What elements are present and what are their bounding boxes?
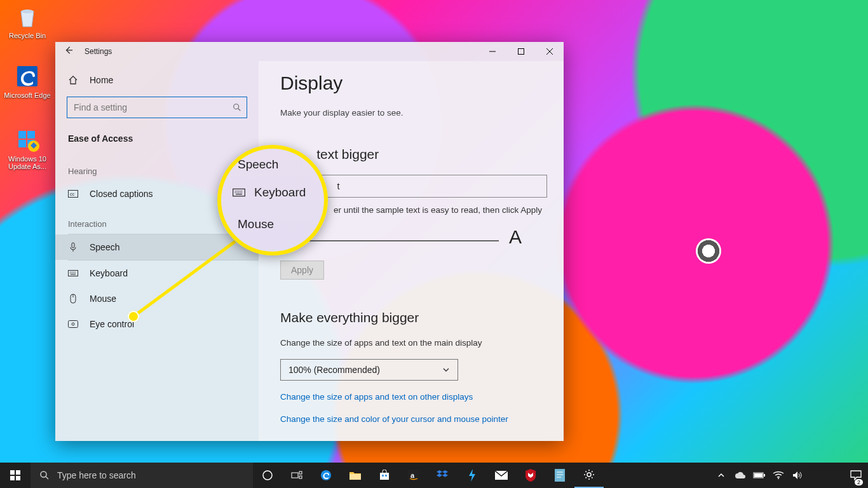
svg-rect-18 — [10, 470, 15, 475]
svg-rect-14 — [69, 321, 78, 328]
section-make-everything-bigger: Make everything bigger — [280, 310, 542, 325]
taskbar-app-generic1[interactable] — [458, 463, 487, 488]
edge-icon — [15, 64, 40, 89]
svg-rect-39 — [754, 473, 763, 477]
close-button[interactable] — [535, 42, 564, 61]
svg-rect-30 — [382, 475, 384, 477]
nav-label: Mouse — [90, 294, 116, 304]
section-title: Ease of Access — [55, 130, 259, 154]
closed-captions-icon: cc — [68, 189, 78, 199]
svg-rect-38 — [764, 474, 765, 477]
svg-point-23 — [263, 471, 272, 480]
desktop-icon-recycle-bin[interactable]: Recycle Bin — [4, 4, 51, 39]
keyboard-icon — [68, 268, 78, 278]
maximize-button[interactable] — [506, 42, 535, 61]
taskbar-app-mcafee[interactable] — [516, 463, 545, 488]
search-icon — [39, 470, 50, 480]
tray-wifi-icon[interactable] — [770, 463, 787, 488]
svg-rect-2 — [18, 131, 26, 139]
svg-rect-4 — [18, 140, 26, 147]
tray-clock-placeholder[interactable] — [808, 463, 845, 488]
svg-point-22 — [41, 471, 46, 477]
section-make-text-bigger: Make Make text biggertext bigger — [280, 147, 542, 162]
slider-track[interactable] — [297, 240, 499, 241]
taskbar-app-store[interactable] — [370, 463, 399, 488]
svg-point-8 — [234, 104, 239, 109]
search-icon — [227, 103, 247, 112]
slider-max-label: A — [509, 226, 522, 248]
scale-description: Change the size of apps and text on the … — [280, 338, 542, 348]
taskbar-app-mail[interactable] — [487, 463, 516, 488]
tray-overflow[interactable] — [713, 463, 729, 488]
mouse-icon — [68, 294, 78, 304]
nav-label: Keyboard — [90, 268, 128, 278]
nav-keyboard[interactable]: Keyboard — [55, 261, 259, 286]
system-tray — [713, 463, 868, 488]
nav-home-label: Home — [90, 75, 113, 85]
svg-text:cc: cc — [70, 192, 75, 196]
desktop-icon-label: Windows 10 Update As... — [4, 155, 51, 170]
svg-rect-19 — [16, 470, 20, 475]
windows-icon — [10, 470, 20, 480]
taskbar-app-amazon[interactable]: a — [399, 463, 428, 488]
taskbar-search-placeholder: Type here to search — [57, 470, 136, 480]
tray-onedrive-icon[interactable] — [732, 463, 749, 488]
svg-rect-35 — [555, 469, 565, 482]
window-title: Settings — [85, 47, 112, 56]
taskbar-app-edge[interactable] — [311, 463, 341, 488]
minimize-button[interactable] — [478, 42, 506, 61]
nav-speech[interactable]: Speech — [55, 234, 259, 260]
svg-rect-24 — [292, 473, 298, 478]
apply-button[interactable]: Apply — [280, 261, 324, 280]
annotation-magnifier: Speech Keyboard Mouse — [217, 145, 328, 255]
taskbar-search[interactable]: Type here to search — [31, 463, 253, 488]
magnifier-row-keyboard: Keyboard — [221, 182, 324, 203]
keyboard-icon — [233, 187, 245, 198]
back-button[interactable] — [64, 46, 73, 57]
nav-eye-control[interactable]: Eye control — [55, 311, 259, 337]
nav-label: Closed captions — [90, 189, 153, 199]
svg-rect-3 — [27, 131, 35, 139]
svg-rect-20 — [10, 476, 15, 480]
action-center-button[interactable] — [848, 463, 864, 488]
settings-window: Settings Home Ease of Access Hearing — [55, 42, 564, 441]
link-cursor-pointer[interactable]: Change the size and color of your cursor… — [280, 414, 542, 424]
nav-mouse[interactable]: Mouse — [55, 286, 259, 311]
svg-rect-28 — [349, 474, 361, 480]
svg-rect-11 — [72, 243, 74, 248]
task-view-button[interactable] — [282, 463, 311, 488]
link-other-displays[interactable]: Change the size of apps and text on othe… — [280, 392, 542, 402]
taskbar-app-dropbox[interactable] — [428, 463, 458, 488]
tray-battery-icon[interactable] — [751, 463, 768, 488]
desktop-icon-update-assistant[interactable]: Windows 10 Update As... — [4, 127, 51, 170]
tray-volume-icon[interactable] — [789, 463, 806, 488]
settings-search[interactable] — [67, 97, 247, 118]
svg-rect-29 — [380, 473, 389, 480]
taskbar-app-explorer[interactable] — [341, 463, 370, 488]
svg-point-0 — [21, 10, 34, 13]
svg-point-15 — [72, 323, 74, 325]
nav-label: Speech — [90, 242, 119, 252]
settings-sidebar: Home Ease of Access Hearing cc Closed ca… — [55, 61, 259, 441]
svg-rect-26 — [299, 476, 302, 478]
cortana-button[interactable] — [253, 463, 282, 488]
taskbar-app-notes[interactable] — [545, 463, 574, 488]
settings-search-input[interactable] — [67, 102, 227, 112]
taskbar-app-settings[interactable] — [574, 463, 604, 488]
desktop-icon-edge[interactable]: Microsoft Edge — [4, 64, 51, 99]
chevron-down-icon — [442, 366, 450, 374]
eye-control-icon — [68, 319, 78, 329]
svg-point-40 — [778, 478, 779, 479]
magnifier-row-mouse: Mouse — [221, 214, 324, 235]
svg-text:a: a — [410, 471, 415, 479]
svg-rect-21 — [16, 476, 20, 480]
display-scale-dropdown[interactable]: 100% (Recommended) — [280, 359, 458, 381]
taskbar-pinned: a — [253, 463, 604, 488]
nav-home[interactable]: Home — [55, 69, 259, 92]
titlebar[interactable]: Settings — [55, 42, 564, 61]
desktop-icon-label: Recycle Bin — [4, 32, 51, 39]
settings-content: Display Make your display easier to see.… — [259, 61, 564, 441]
start-button[interactable] — [0, 463, 31, 488]
svg-point-36 — [587, 473, 591, 477]
nav-label: Eye control — [90, 319, 134, 329]
